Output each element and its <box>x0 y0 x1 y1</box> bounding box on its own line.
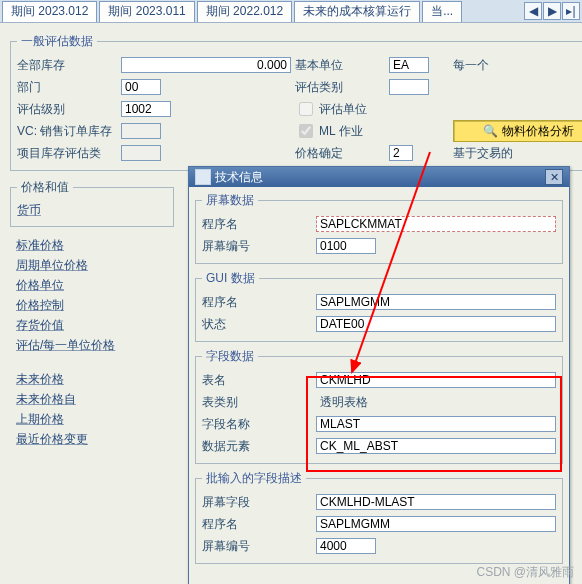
g4-prog-input[interactable] <box>316 516 556 532</box>
field-data-group: 字段数据 表名 表类别 透明表格 字段名称 数据元素 <box>195 348 563 464</box>
screen-data-group: 屏幕数据 程序名 屏幕编号 <box>195 192 563 264</box>
proj-input <box>121 145 161 161</box>
general-valuation-legend: 一般评估数据 <box>17 33 97 50</box>
g2-prog-input[interactable] <box>316 294 556 310</box>
price-det-input[interactable] <box>389 145 413 161</box>
g2-stat-input[interactable] <box>316 316 556 332</box>
doc-icon <box>195 169 211 185</box>
tab-period-2023-12[interactable]: 期间 2023.012 <box>2 1 97 22</box>
g1-scr-label: 屏幕编号 <box>202 238 312 255</box>
vc-label: VC: 销售订单库存 <box>17 123 117 140</box>
tab-period-2022-12[interactable]: 期间 2022.012 <box>197 1 292 22</box>
val-class-label: 评估级别 <box>17 101 117 118</box>
dialog-title: 技术信息 <box>215 169 263 186</box>
general-valuation-group: 一般评估数据 全部库存 基本单位 每一个 部门 评估类别 评估级别 评估单位 <box>10 33 582 171</box>
g3-fname-label: 字段名称 <box>202 416 312 433</box>
dialog-titlebar[interactable]: 技术信息 ✕ <box>189 167 569 187</box>
vc-input <box>121 123 161 139</box>
search-icon: 🔍 <box>483 124 498 138</box>
total-stock-label: 全部库存 <box>17 57 117 74</box>
g2-prog-label: 程序名 <box>202 294 312 311</box>
g3-tab-input[interactable] <box>316 372 556 388</box>
g3-de-label: 数据元素 <box>202 438 312 455</box>
val-cat-label: 评估类别 <box>295 79 385 96</box>
tab-future-costing[interactable]: 未来的成本核算运行 <box>294 1 420 22</box>
tab-period-2023-11[interactable]: 期间 2023.011 <box>99 1 194 22</box>
ml-checkbox <box>299 124 313 138</box>
val-class-input[interactable] <box>121 101 171 117</box>
total-stock-input[interactable] <box>121 57 291 73</box>
g3-tab-label: 表名 <box>202 372 312 389</box>
proj-label: 项目库存评估类 <box>17 145 117 162</box>
val-unit-checkbox[interactable] <box>299 102 313 116</box>
g4-sf-input[interactable] <box>316 494 556 510</box>
price-det-desc: 基于交易的 <box>453 145 582 162</box>
g1-scr-input[interactable] <box>316 238 376 254</box>
g2-stat-label: 状态 <box>202 316 312 333</box>
tab-scroll-end-icon[interactable]: ▸| <box>562 2 580 20</box>
batch-input-group: 批输入的字段描述 屏幕字段 程序名 屏幕编号 <box>195 470 563 564</box>
val-cat-input[interactable] <box>389 79 429 95</box>
tech-info-dialog: 技术信息 ✕ 屏幕数据 程序名 屏幕编号 GUI 数据 程序名 状态 <box>188 166 570 584</box>
base-unit-label: 基本单位 <box>295 57 385 74</box>
g4-scr-label: 屏幕编号 <box>202 538 312 555</box>
gui-data-group: GUI 数据 程序名 状态 <box>195 270 563 342</box>
g4-sf-label: 屏幕字段 <box>202 494 312 511</box>
g3-tcat-value: 透明表格 <box>316 394 556 411</box>
gui-data-legend: GUI 数据 <box>202 270 259 287</box>
g3-tcat-label: 表类别 <box>202 394 312 411</box>
g3-fname-input[interactable] <box>316 416 556 432</box>
base-unit-desc: 每一个 <box>453 57 582 74</box>
batch-input-legend: 批输入的字段描述 <box>202 470 306 487</box>
tab-bar: 期间 2023.012 期间 2023.011 期间 2022.012 未来的成… <box>0 0 582 23</box>
price-analysis-button[interactable]: 🔍 物料价格分析 <box>453 120 582 142</box>
g4-scr-input[interactable] <box>316 538 376 554</box>
screen-data-legend: 屏幕数据 <box>202 192 258 209</box>
g4-prog-label: 程序名 <box>202 516 312 533</box>
close-icon[interactable]: ✕ <box>545 169 563 185</box>
link-currency[interactable]: 货币 <box>17 200 167 220</box>
tab-current[interactable]: 当... <box>422 1 462 22</box>
tab-scroll-left-icon[interactable]: ◀ <box>524 2 542 20</box>
tab-scroll-right-icon[interactable]: ▶ <box>543 2 561 20</box>
ml-chk-label: ML 作业 <box>319 123 363 140</box>
field-data-legend: 字段数据 <box>202 348 258 365</box>
g3-de-input[interactable] <box>316 438 556 454</box>
dept-input[interactable] <box>121 79 161 95</box>
price-det-label: 价格确定 <box>295 145 385 162</box>
watermark: CSDN @清风雅雨 <box>476 564 574 581</box>
price-group-legend: 价格和值 <box>17 179 73 196</box>
dept-label: 部门 <box>17 79 117 96</box>
g1-prog-input[interactable] <box>316 216 556 232</box>
base-unit-input[interactable] <box>389 57 429 73</box>
val-unit-chk-label: 评估单位 <box>319 101 367 118</box>
g1-prog-label: 程序名 <box>202 216 312 233</box>
price-analysis-label: 物料价格分析 <box>502 123 574 140</box>
